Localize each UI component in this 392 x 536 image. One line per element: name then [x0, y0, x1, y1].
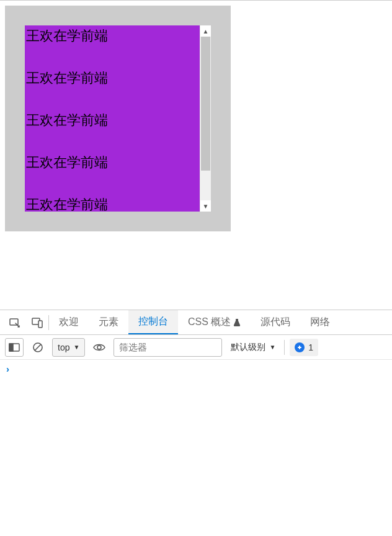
tab-css-overview-label: CSS 概述	[188, 316, 231, 329]
flask-icon	[233, 318, 241, 327]
tab-console[interactable]: 控制台	[128, 310, 178, 334]
tab-network[interactable]: 网络	[300, 310, 340, 334]
scrollbar-thumb[interactable]	[201, 37, 210, 171]
context-label: top	[58, 342, 69, 352]
svg-rect-9	[299, 346, 300, 349]
chevron-down-icon: ▼	[269, 344, 275, 351]
vertical-scrollbar[interactable]: ▲ ▼	[200, 25, 211, 212]
console-toolbar: top ▼ 默认级别 ▼ 1	[0, 335, 392, 360]
content-line: 王欢在学前端	[25, 25, 200, 47]
outer-grey-box: 王欢在学前端 王欢在学前端 王欢在学前端 王欢在学前端 王欢在学前端 ▲ ▼	[5, 6, 231, 231]
tab-elements[interactable]: 元素	[89, 310, 128, 334]
tab-welcome[interactable]: 欢迎	[49, 310, 89, 334]
console-body[interactable]: ›	[0, 360, 392, 536]
content-line: 王欢在学前端	[25, 194, 200, 212]
scroll-container: 王欢在学前端 王欢在学前端 王欢在学前端 王欢在学前端 王欢在学前端 ▲ ▼	[25, 25, 211, 212]
devtools-tab-bar: 欢迎 元素 控制台 CSS 概述 源代码 网络	[0, 310, 392, 335]
log-level-label: 默认级别	[231, 342, 265, 353]
svg-point-7	[97, 346, 101, 349]
issues-badge[interactable]: 1	[290, 339, 318, 356]
tab-sources[interactable]: 源代码	[251, 310, 300, 334]
inspect-element-icon[interactable]	[6, 314, 24, 331]
toolbar-divider	[284, 340, 285, 355]
execution-context-selector[interactable]: top ▼	[52, 338, 85, 357]
svg-rect-4	[9, 344, 13, 351]
scroll-up-arrow-icon[interactable]: ▲	[200, 25, 211, 37]
tab-css-overview[interactable]: CSS 概述	[178, 310, 251, 334]
device-toggle-icon[interactable]	[29, 314, 46, 331]
issue-info-icon	[295, 342, 305, 352]
chevron-down-icon: ▼	[73, 344, 79, 351]
page-content-area: 王欢在学前端 王欢在学前端 王欢在学前端 王欢在学前端 王欢在学前端 ▲ ▼	[0, 1, 392, 310]
scroll-down-arrow-icon[interactable]: ▼	[200, 200, 211, 212]
purple-content-box: 王欢在学前端 王欢在学前端 王欢在学前端 王欢在学前端 王欢在学前端	[25, 25, 200, 212]
issue-count: 1	[308, 342, 313, 352]
filter-input[interactable]	[114, 338, 222, 357]
svg-line-6	[35, 344, 41, 351]
devtools-panel: 欢迎 元素 控制台 CSS 概述 源代码 网络 top ▼	[0, 310, 392, 536]
live-expression-icon[interactable]	[90, 338, 109, 357]
content-line: 王欢在学前端	[25, 110, 200, 131]
toggle-sidebar-icon[interactable]	[5, 338, 24, 357]
log-level-selector[interactable]: 默认级别 ▼	[227, 338, 279, 357]
content-line: 王欢在学前端	[25, 152, 200, 173]
svg-rect-2	[38, 321, 42, 328]
scrollbar-track[interactable]	[200, 37, 211, 200]
content-line: 王欢在学前端	[25, 68, 200, 89]
clear-console-icon[interactable]	[29, 338, 47, 357]
console-prompt-icon: ›	[6, 364, 9, 374]
